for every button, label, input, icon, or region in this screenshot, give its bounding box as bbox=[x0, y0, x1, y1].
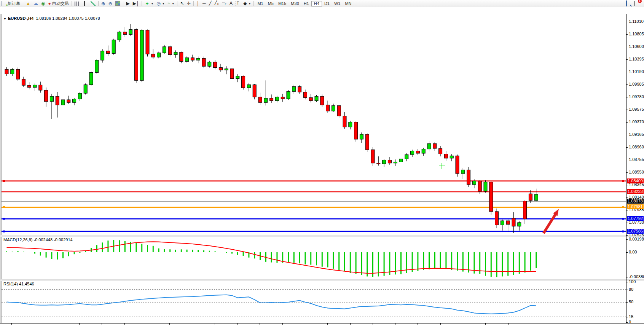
chart-shift-icon: ▶│ bbox=[133, 1, 139, 6]
price-badge-1.08078: 1.08078 bbox=[627, 199, 644, 204]
notification-badge: 1 bbox=[638, 0, 642, 3]
main-toolbar: 新订单 ▲ ☁ ◉ ● 自动交易 ⊕ ⊖ ▶̲ ▶│ ＋▼ ◷▼ ≈▼ ↖ ✛ … bbox=[0, 0, 644, 7]
timeframe-d1[interactable]: D1 bbox=[322, 1, 332, 6]
new-order-label: 新订单 bbox=[8, 1, 20, 6]
timeframe-m30[interactable]: M30 bbox=[289, 1, 301, 6]
indicators-button[interactable]: ≈▼ bbox=[166, 0, 176, 6]
text-label-icon: T bbox=[236, 1, 240, 6]
new-chart-button[interactable]: ＋▼ bbox=[143, 0, 155, 6]
price-badge-1.08233: 1.08233 bbox=[627, 189, 644, 194]
cursor-icon: ↖ bbox=[180, 1, 184, 6]
indicators-icon: ≈ bbox=[168, 1, 171, 6]
price-badge-1.07981: 1.07981 bbox=[627, 204, 644, 209]
crosshair-button[interactable]: ✛ bbox=[185, 0, 192, 6]
arrows-button[interactable]: ◆▼ bbox=[242, 0, 252, 6]
cone-icon: ▲ bbox=[26, 1, 30, 6]
candlestick-icon bbox=[84, 1, 85, 6]
zoom-in-button[interactable]: ⊕ bbox=[100, 0, 107, 6]
zoom-out-icon: ⊖ bbox=[108, 1, 113, 6]
timeframe-m1[interactable]: M1 bbox=[255, 1, 265, 6]
trendline-icon: ╱ bbox=[209, 1, 211, 6]
separator bbox=[193, 1, 194, 6]
line-chart-icon bbox=[91, 1, 96, 6]
signal-icon: ◉ bbox=[41, 1, 45, 6]
periods-button[interactable]: ◷▼ bbox=[155, 0, 166, 6]
separator bbox=[98, 1, 99, 6]
cursor-button[interactable]: ↖ bbox=[179, 0, 185, 6]
autotrade-icon: ● bbox=[48, 1, 51, 6]
collapse-icon[interactable]: ▼ bbox=[3, 17, 6, 21]
auto-scroll-button[interactable]: ▶̲ bbox=[124, 0, 131, 6]
price-badge-1.07792: 1.07792 bbox=[627, 216, 644, 221]
text-icon: A bbox=[230, 1, 233, 6]
zoom-in-icon: ⊕ bbox=[101, 1, 105, 6]
new-order-button[interactable]: 新订单 bbox=[0, 0, 22, 6]
fibonacci-icon: ┄F bbox=[222, 0, 227, 6]
rsi-label: RSI(14) 41.4546 bbox=[3, 282, 34, 286]
clock-icon: ◷ bbox=[156, 1, 160, 6]
signals-button[interactable]: ◉ bbox=[40, 0, 46, 6]
tile-windows-icon bbox=[115, 1, 120, 6]
text-label-button[interactable]: T bbox=[234, 0, 242, 6]
timeframe-mn[interactable]: MN bbox=[343, 1, 354, 6]
pane-splitter-rsi[interactable] bbox=[0, 279, 644, 281]
publisher-button[interactable]: ▲ bbox=[24, 0, 32, 6]
price-badge-1.08409: 1.08409 bbox=[627, 178, 644, 183]
separator bbox=[72, 1, 72, 6]
price-badge-1.07586: 1.07586 bbox=[627, 229, 644, 234]
zoom-out-button[interactable]: ⊖ bbox=[107, 0, 114, 6]
new-order-icon bbox=[2, 1, 2, 6]
chat-icon bbox=[634, 1, 635, 6]
separator bbox=[142, 1, 142, 6]
line-chart-button[interactable] bbox=[89, 0, 97, 6]
text-button[interactable]: A bbox=[228, 0, 234, 6]
candlestick-chart bbox=[2, 14, 626, 235]
channel-icon: ╱E bbox=[215, 0, 219, 6]
time-axis[interactable]: 1 May 20231 May 16:002 May 08:003 May 00… bbox=[0, 323, 644, 325]
search-icon bbox=[626, 0, 627, 6]
macd-label: MACD(12,26,9) -0.002448 -0.002914 bbox=[3, 237, 73, 242]
new-chart-icon: ＋ bbox=[145, 1, 149, 6]
arrow-annotation[interactable] bbox=[544, 214, 556, 233]
bar-chart-button[interactable] bbox=[73, 0, 81, 6]
timeframe-m5[interactable]: M5 bbox=[266, 1, 276, 6]
chart-window: ▼EURUSD-,H4 1.08186 1.08284 1.08075 1.08… bbox=[0, 7, 644, 325]
bar-chart-icon bbox=[75, 2, 80, 6]
tile-windows-button[interactable] bbox=[114, 0, 122, 6]
timeframe-w1[interactable]: W1 bbox=[332, 1, 343, 6]
horizontal-line-button[interactable]: ─ bbox=[201, 0, 207, 6]
price-axis[interactable]: 1.110101.108051.106001.103951.101901.099… bbox=[626, 7, 644, 325]
rsi-chart bbox=[2, 280, 626, 323]
timeframe-m15[interactable]: M15 bbox=[276, 1, 289, 6]
trendline-button[interactable]: ╱ bbox=[207, 0, 213, 6]
vertical-line-button[interactable]: │ bbox=[195, 0, 201, 6]
chart-symbol-period: EURUSD-,H4 bbox=[8, 16, 33, 21]
separator bbox=[253, 1, 254, 6]
auto-trading-label: 自动交易 bbox=[52, 1, 69, 6]
timeframe-h1[interactable]: H1 bbox=[301, 1, 311, 6]
cloud-icon: ☁ bbox=[33, 1, 38, 6]
search-button[interactable] bbox=[624, 0, 633, 6]
vertical-line-icon: │ bbox=[196, 1, 199, 6]
pane-splitter-macd[interactable] bbox=[0, 235, 644, 237]
chart-ohlc-values: 1.08186 1.08284 1.08075 1.08078 bbox=[36, 16, 100, 21]
auto-trading-button[interactable]: ● 自动交易 bbox=[46, 0, 70, 6]
separator bbox=[23, 1, 23, 6]
chart-shift-button[interactable]: ▶│ bbox=[131, 0, 141, 6]
separator bbox=[177, 1, 177, 6]
crosshair-icon: ✛ bbox=[187, 1, 191, 6]
chart-title: ▼EURUSD-,H4 1.08186 1.08284 1.08075 1.08… bbox=[3, 16, 100, 21]
horizontal-line-icon: ─ bbox=[202, 1, 206, 6]
fibonacci-button[interactable]: ┄F bbox=[221, 0, 228, 6]
auto-scroll-icon: ▶̲ bbox=[126, 1, 129, 6]
channel-button[interactable]: ╱E bbox=[213, 0, 221, 6]
notifications-button[interactable]: 1 bbox=[633, 0, 641, 6]
separator bbox=[123, 1, 123, 6]
arrows-icon: ◆ bbox=[243, 1, 247, 6]
timeframe-h4[interactable]: H4 bbox=[311, 1, 322, 6]
candlestick-chart-button[interactable] bbox=[81, 0, 89, 6]
macd-chart bbox=[2, 236, 626, 279]
community-button[interactable]: ☁ bbox=[32, 0, 40, 6]
